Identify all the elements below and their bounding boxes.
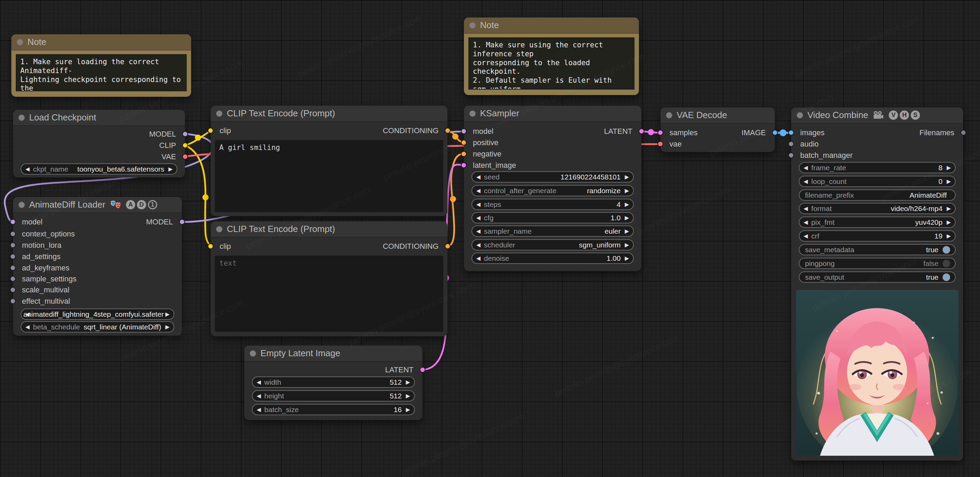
node-titlebar[interactable]: KSampler	[464, 106, 641, 122]
node-video-combine[interactable]: Video Combine V H S images audio batch_m…	[791, 107, 963, 461]
decrement-arrow[interactable]: ◀	[476, 229, 480, 234]
input-port-negative[interactable]	[461, 151, 467, 157]
widget-beta-schedule[interactable]: ◀ beta_schedule sqrt_linear (AnimateDiff…	[21, 321, 174, 332]
collapse-dot[interactable]	[797, 112, 803, 118]
decrement-arrow[interactable]: ◀	[25, 312, 30, 317]
collapse-dot[interactable]	[216, 226, 222, 232]
widget-control-after-generate[interactable]: ◀ control_after_generate randomize ▶	[471, 185, 634, 196]
widget-save-output[interactable]: save_output true	[799, 272, 956, 283]
widget-filename-prefix[interactable]: filename_prefix AnimateDiff	[799, 189, 956, 201]
widget-save-metadata[interactable]: save_metadata true	[799, 244, 956, 255]
output-port-model[interactable]	[182, 131, 188, 137]
increment-arrow[interactable]: ▶	[169, 167, 173, 172]
increment-arrow[interactable]: ▶	[947, 179, 951, 184]
increment-arrow[interactable]: ▶	[625, 174, 629, 180]
collapse-dot[interactable]	[250, 350, 256, 356]
decrement-arrow[interactable]: ◀	[257, 407, 261, 412]
output-port-latent[interactable]	[639, 128, 644, 134]
input-port-audio[interactable]	[788, 141, 794, 147]
node-vae-decode[interactable]: VAE Decode samples vae IMAGE	[660, 107, 775, 152]
collapse-dot[interactable]	[216, 110, 222, 117]
input-port-batch-manager[interactable]	[788, 153, 794, 158]
increment-arrow[interactable]: ▶	[406, 407, 410, 412]
increment-arrow[interactable]: ▶	[947, 206, 951, 211]
widget-batch-size[interactable]: ◀ batch_size 16 ▶	[252, 404, 415, 415]
output-port-conditioning[interactable]	[445, 128, 450, 134]
node-titlebar[interactable]: VAE Decode	[660, 107, 775, 124]
collapse-dot[interactable]	[469, 110, 476, 117]
toggle-on-dot[interactable]	[943, 273, 950, 281]
node-animatediff-loader[interactable]: AnimateDiff Loader A D 1 model context_o…	[13, 197, 182, 335]
node-empty-latent-image[interactable]: Empty Latent Image LATENT ◀ width 512 ▶ …	[244, 345, 422, 420]
input-port-vae[interactable]	[657, 141, 663, 147]
input-port-motion-lora[interactable]	[10, 242, 16, 248]
collapse-dot[interactable]	[17, 39, 23, 45]
output-port-conditioning[interactable]	[445, 243, 450, 249]
input-port-model[interactable]	[461, 128, 467, 134]
increment-arrow[interactable]: ▶	[625, 202, 629, 207]
output-port-filenames[interactable]	[961, 130, 966, 135]
input-port-clip[interactable]	[208, 128, 213, 134]
increment-arrow[interactable]: ▶	[165, 312, 170, 317]
increment-arrow[interactable]: ▶	[625, 242, 629, 248]
input-port-images[interactable]	[788, 130, 794, 135]
increment-arrow[interactable]: ▶	[625, 229, 629, 234]
increment-arrow[interactable]: ▶	[406, 380, 410, 385]
node-clip-text-encode-positive[interactable]: CLIP Text Encode (Prompt) clip CONDITION…	[211, 106, 447, 216]
node-ksampler[interactable]: KSampler model positive negative latent_…	[464, 106, 641, 271]
collapse-dot[interactable]	[666, 112, 672, 118]
output-port-model[interactable]	[179, 219, 185, 225]
note-text[interactable]: 1. Make sure loading the correct Animate…	[16, 54, 187, 91]
input-port-ad-keyframes[interactable]	[10, 265, 16, 271]
prompt-textarea[interactable]: A girl smiling	[215, 140, 443, 212]
widget-format[interactable]: ◀ format video/h264-mp4 ▶	[799, 203, 956, 214]
note-titlebar[interactable]: Note	[464, 17, 639, 33]
increment-arrow[interactable]: ▶	[947, 219, 951, 225]
node-titlebar[interactable]: Video Combine V H S	[791, 107, 963, 124]
increment-arrow[interactable]: ▶	[947, 233, 951, 239]
increment-arrow[interactable]: ▶	[625, 256, 629, 261]
increment-arrow[interactable]: ▶	[406, 393, 410, 399]
widget-sampler-name[interactable]: ◀ sampler_name euler ▶	[471, 226, 634, 237]
note-titlebar[interactable]: Note	[11, 34, 191, 51]
toggle-on-dot[interactable]	[943, 246, 950, 254]
widget-width[interactable]: ◀ width 512 ▶	[252, 377, 415, 388]
widget-motion-model-name[interactable]: animatediff_lightning_4step_comfyui.safe…	[21, 308, 174, 320]
node-titlebar[interactable]: CLIP Text Encode (Prompt)	[211, 221, 447, 237]
decrement-arrow[interactable]: ◀	[803, 233, 808, 239]
note-text[interactable]: 1. Make sure using the correct inference…	[468, 37, 635, 89]
node-titlebar[interactable]: AnimateDiff Loader A D 1	[13, 197, 182, 213]
widget-denoise[interactable]: ◀ denoise 1.00 ▶	[471, 253, 634, 264]
decrement-arrow[interactable]: ◀	[257, 380, 261, 385]
widget-pingpong[interactable]: pingpong false	[799, 258, 956, 269]
widget-height[interactable]: ◀ height 512 ▶	[252, 390, 415, 402]
node-graph-canvas[interactable]: Note 1. Make sure loading the correct An…	[0, 0, 980, 477]
node-clip-text-encode-negative[interactable]: CLIP Text Encode (Prompt) clip CONDITION…	[211, 221, 447, 336]
increment-arrow[interactable]: ▶	[947, 165, 951, 170]
decrement-arrow[interactable]: ◀	[25, 324, 30, 330]
output-port-image[interactable]	[772, 130, 778, 135]
decrement-arrow[interactable]: ◀	[476, 202, 480, 207]
node-titlebar[interactable]: Load Checkpoint	[13, 110, 185, 126]
decrement-arrow[interactable]: ◀	[803, 165, 808, 170]
decrement-arrow[interactable]: ◀	[803, 179, 808, 184]
decrement-arrow[interactable]: ◀	[476, 256, 480, 261]
increment-arrow[interactable]: ▶	[625, 188, 629, 194]
decrement-arrow[interactable]: ◀	[476, 242, 480, 248]
widget-seed[interactable]: ◀ seed 121690224458101 ▶	[471, 171, 634, 183]
input-port-ad-settings[interactable]	[10, 254, 16, 259]
widget-scheduler[interactable]: ◀ scheduler sgm_uniform ▶	[471, 239, 634, 251]
collapse-dot[interactable]	[19, 114, 25, 121]
node-note-1[interactable]: Note 1. Make sure loading the correct An…	[11, 34, 191, 97]
widget-cfg[interactable]: ◀ cfg 1.0 ▶	[471, 212, 634, 223]
collapse-dot[interactable]	[19, 202, 25, 208]
increment-arrow[interactable]: ▶	[165, 324, 170, 330]
input-port-samples[interactable]	[657, 130, 663, 135]
input-port-context-options[interactable]	[10, 231, 16, 237]
output-port-vae[interactable]	[182, 154, 188, 160]
output-port-clip[interactable]	[182, 142, 188, 148]
decrement-arrow[interactable]: ◀	[476, 215, 480, 221]
widget-pix-fmt[interactable]: ◀ pix_fmt yuv420p ▶	[799, 216, 956, 228]
input-port-effect-multival[interactable]	[10, 298, 16, 304]
decrement-arrow[interactable]: ◀	[257, 393, 261, 399]
